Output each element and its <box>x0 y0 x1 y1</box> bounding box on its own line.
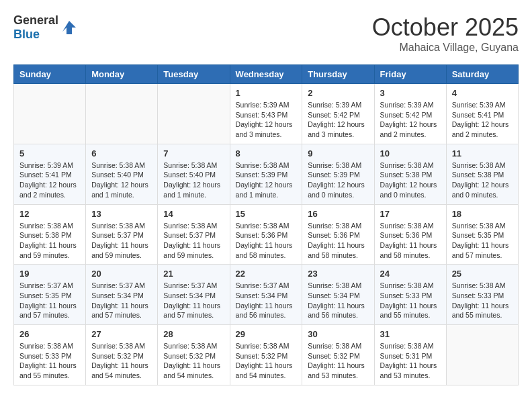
day-number: 28 <box>163 329 224 339</box>
day-number: 13 <box>91 209 152 219</box>
month-title: October 2025 <box>372 13 519 42</box>
logo-icon <box>60 18 79 37</box>
day-number: 21 <box>163 269 224 279</box>
calendar-cell <box>158 84 230 144</box>
calendar-week-3: 12Sunrise: 5:38 AM Sunset: 5:38 PM Dayli… <box>14 204 519 265</box>
day-info: Sunrise: 5:38 AM Sunset: 5:39 PM Dayligh… <box>236 161 297 200</box>
day-info: Sunrise: 5:38 AM Sunset: 5:32 PM Dayligh… <box>163 341 224 381</box>
weekday-header-friday: Friday <box>374 65 446 84</box>
day-number: 9 <box>308 148 368 158</box>
calendar-week-2: 5Sunrise: 5:39 AM Sunset: 5:41 PM Daylig… <box>14 144 519 204</box>
day-info: Sunrise: 5:39 AM Sunset: 5:42 PM Dayligh… <box>380 100 441 140</box>
day-info: Sunrise: 5:38 AM Sunset: 5:34 PM Dayligh… <box>308 281 368 320</box>
calendar-cell: 26Sunrise: 5:38 AM Sunset: 5:33 PM Dayli… <box>14 325 86 385</box>
calendar-cell: 30Sunrise: 5:38 AM Sunset: 5:32 PM Dayli… <box>302 325 374 385</box>
calendar-week-5: 26Sunrise: 5:38 AM Sunset: 5:33 PM Dayli… <box>14 325 519 385</box>
day-info: Sunrise: 5:39 AM Sunset: 5:41 PM Dayligh… <box>452 100 513 140</box>
calendar-cell <box>446 325 518 385</box>
day-info: Sunrise: 5:38 AM Sunset: 5:33 PM Dayligh… <box>380 281 441 320</box>
calendar-cell: 29Sunrise: 5:38 AM Sunset: 5:32 PM Dayli… <box>230 325 302 385</box>
day-number: 6 <box>91 148 152 158</box>
day-number: 7 <box>163 148 224 158</box>
day-number: 30 <box>308 329 368 339</box>
calendar-cell: 18Sunrise: 5:38 AM Sunset: 5:35 PM Dayli… <box>446 204 518 265</box>
day-info: Sunrise: 5:38 AM Sunset: 5:33 PM Dayligh… <box>452 281 513 320</box>
calendar-cell: 31Sunrise: 5:38 AM Sunset: 5:31 PM Dayli… <box>374 325 446 385</box>
day-info: Sunrise: 5:38 AM Sunset: 5:32 PM Dayligh… <box>308 341 368 381</box>
day-number: 8 <box>236 148 297 158</box>
day-info: Sunrise: 5:37 AM Sunset: 5:35 PM Dayligh… <box>19 281 80 320</box>
day-info: Sunrise: 5:38 AM Sunset: 5:31 PM Dayligh… <box>380 341 441 381</box>
calendar-cell: 22Sunrise: 5:37 AM Sunset: 5:34 PM Dayli… <box>230 265 302 325</box>
weekday-header-thursday: Thursday <box>302 65 374 84</box>
day-number: 27 <box>91 329 152 339</box>
day-number: 18 <box>452 209 513 219</box>
day-info: Sunrise: 5:38 AM Sunset: 5:37 PM Dayligh… <box>91 221 152 261</box>
page-header: General Blue October 2025 Mahaica Villag… <box>13 13 519 54</box>
calendar-cell <box>14 84 86 144</box>
svg-marker-0 <box>62 21 76 34</box>
calendar-cell: 16Sunrise: 5:38 AM Sunset: 5:36 PM Dayli… <box>302 204 374 265</box>
calendar-week-4: 19Sunrise: 5:37 AM Sunset: 5:35 PM Dayli… <box>14 265 519 325</box>
day-info: Sunrise: 5:37 AM Sunset: 5:34 PM Dayligh… <box>236 281 297 320</box>
day-number: 4 <box>452 88 513 98</box>
calendar-cell: 2Sunrise: 5:39 AM Sunset: 5:42 PM Daylig… <box>302 84 374 144</box>
day-number: 25 <box>452 269 513 279</box>
calendar-cell: 20Sunrise: 5:37 AM Sunset: 5:34 PM Dayli… <box>86 265 158 325</box>
day-info: Sunrise: 5:38 AM Sunset: 5:35 PM Dayligh… <box>452 221 513 261</box>
day-number: 29 <box>236 329 297 339</box>
day-info: Sunrise: 5:38 AM Sunset: 5:36 PM Dayligh… <box>380 221 441 261</box>
logo-blue: Blue <box>13 28 40 41</box>
logo: General Blue <box>13 13 79 42</box>
day-info: Sunrise: 5:38 AM Sunset: 5:32 PM Dayligh… <box>91 341 152 381</box>
title-block: October 2025 Mahaica Village, Guyana <box>372 13 519 54</box>
day-number: 26 <box>19 329 80 339</box>
day-number: 22 <box>236 269 297 279</box>
calendar-cell: 27Sunrise: 5:38 AM Sunset: 5:32 PM Dayli… <box>86 325 158 385</box>
calendar-cell: 19Sunrise: 5:37 AM Sunset: 5:35 PM Dayli… <box>14 265 86 325</box>
calendar-cell: 5Sunrise: 5:39 AM Sunset: 5:41 PM Daylig… <box>14 144 86 204</box>
calendar-cell: 4Sunrise: 5:39 AM Sunset: 5:41 PM Daylig… <box>446 84 518 144</box>
calendar-cell: 3Sunrise: 5:39 AM Sunset: 5:42 PM Daylig… <box>374 84 446 144</box>
weekday-header-wednesday: Wednesday <box>230 65 302 84</box>
calendar-cell: 28Sunrise: 5:38 AM Sunset: 5:32 PM Dayli… <box>158 325 230 385</box>
day-info: Sunrise: 5:38 AM Sunset: 5:32 PM Dayligh… <box>236 341 297 381</box>
day-number: 15 <box>236 209 297 219</box>
calendar-cell: 7Sunrise: 5:38 AM Sunset: 5:40 PM Daylig… <box>158 144 230 204</box>
day-number: 3 <box>380 88 441 98</box>
day-info: Sunrise: 5:38 AM Sunset: 5:36 PM Dayligh… <box>308 221 368 261</box>
day-number: 19 <box>19 269 80 279</box>
calendar-cell: 6Sunrise: 5:38 AM Sunset: 5:40 PM Daylig… <box>86 144 158 204</box>
day-number: 11 <box>452 148 513 158</box>
day-info: Sunrise: 5:39 AM Sunset: 5:41 PM Dayligh… <box>19 161 80 200</box>
day-number: 17 <box>380 209 441 219</box>
calendar-week-1: 1Sunrise: 5:39 AM Sunset: 5:43 PM Daylig… <box>14 84 519 144</box>
day-info: Sunrise: 5:38 AM Sunset: 5:38 PM Dayligh… <box>452 161 513 200</box>
day-number: 10 <box>380 148 441 158</box>
day-number: 2 <box>308 88 368 98</box>
calendar-cell: 1Sunrise: 5:39 AM Sunset: 5:43 PM Daylig… <box>230 84 302 144</box>
day-number: 24 <box>380 269 441 279</box>
logo-general: General <box>13 13 58 27</box>
calendar-cell: 24Sunrise: 5:38 AM Sunset: 5:33 PM Dayli… <box>374 265 446 325</box>
day-info: Sunrise: 5:39 AM Sunset: 5:42 PM Dayligh… <box>308 100 368 140</box>
day-info: Sunrise: 5:38 AM Sunset: 5:38 PM Dayligh… <box>19 221 80 261</box>
day-number: 1 <box>236 88 297 98</box>
day-number: 31 <box>380 329 441 339</box>
day-info: Sunrise: 5:37 AM Sunset: 5:34 PM Dayligh… <box>163 281 224 320</box>
calendar-table: SundayMondayTuesdayWednesdayThursdayFrid… <box>13 64 519 385</box>
day-info: Sunrise: 5:38 AM Sunset: 5:40 PM Dayligh… <box>91 161 152 200</box>
day-info: Sunrise: 5:38 AM Sunset: 5:39 PM Dayligh… <box>308 161 368 200</box>
day-info: Sunrise: 5:38 AM Sunset: 5:40 PM Dayligh… <box>163 161 224 200</box>
calendar-cell: 15Sunrise: 5:38 AM Sunset: 5:36 PM Dayli… <box>230 204 302 265</box>
calendar-cell: 10Sunrise: 5:38 AM Sunset: 5:38 PM Dayli… <box>374 144 446 204</box>
calendar-cell: 13Sunrise: 5:38 AM Sunset: 5:37 PM Dayli… <box>86 204 158 265</box>
day-info: Sunrise: 5:37 AM Sunset: 5:34 PM Dayligh… <box>91 281 152 320</box>
weekday-header-saturday: Saturday <box>446 65 518 84</box>
calendar-cell: 12Sunrise: 5:38 AM Sunset: 5:38 PM Dayli… <box>14 204 86 265</box>
weekday-header-sunday: Sunday <box>14 65 86 84</box>
day-number: 14 <box>163 209 224 219</box>
weekday-header-monday: Monday <box>86 65 158 84</box>
calendar-cell: 14Sunrise: 5:38 AM Sunset: 5:37 PM Dayli… <box>158 204 230 265</box>
calendar-cell: 21Sunrise: 5:37 AM Sunset: 5:34 PM Dayli… <box>158 265 230 325</box>
